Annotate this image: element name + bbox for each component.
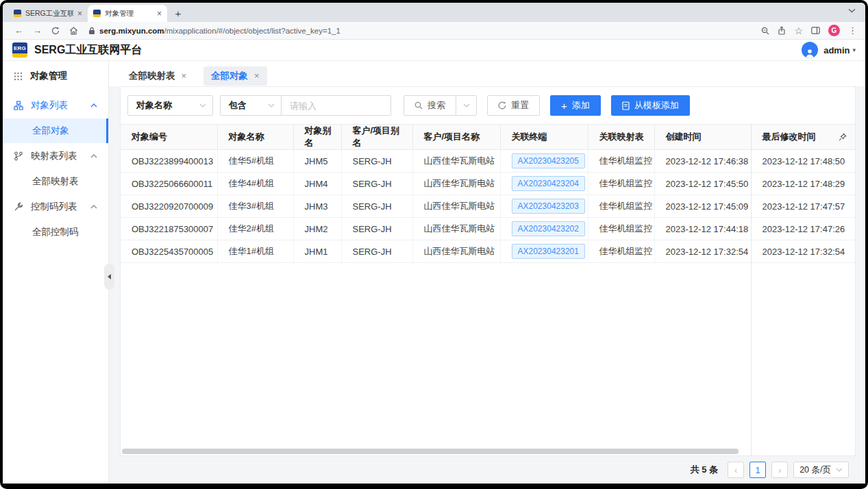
reset-button[interactable]: 重置 bbox=[487, 95, 540, 116]
filter-keyword-input[interactable] bbox=[282, 95, 391, 116]
browser-menu-icon[interactable]: ⋮ bbox=[848, 26, 857, 35]
home-icon[interactable] bbox=[69, 27, 78, 35]
col-header-modified-time: 最后修改时间 bbox=[751, 125, 855, 150]
sidebar-collapse-handle[interactable] bbox=[104, 264, 114, 290]
horizontal-scrollbar[interactable] bbox=[122, 449, 739, 454]
cell-customer-name: 山西佳华瓦斯电站 bbox=[412, 150, 500, 173]
sidebar-group-label: 控制码列表 bbox=[31, 201, 77, 213]
table-row[interactable]: OBJ3225066600011 佳华4#机组 JHM4 SERG-JH 山西佳… bbox=[121, 173, 855, 195]
tab-close-icon[interactable]: × bbox=[182, 71, 187, 81]
zoom-icon[interactable] bbox=[761, 27, 769, 35]
fixed-column-divider bbox=[751, 124, 752, 455]
filter-field-select[interactable]: 对象名称 bbox=[127, 95, 213, 116]
collapse-arrow-icon bbox=[108, 274, 111, 279]
sidebar-group-object-list[interactable]: 对象列表 bbox=[3, 92, 108, 118]
cell-customer-alias: SERG-JH bbox=[341, 240, 412, 263]
terminal-tag[interactable]: AX20230423201 bbox=[512, 244, 585, 260]
table-row[interactable]: OBJ3223899400013 佳华5#机组 JHM5 SERG-JH 山西佳… bbox=[121, 150, 855, 173]
add-from-template-button[interactable]: 从模板添加 bbox=[611, 95, 690, 116]
lock-icon bbox=[88, 27, 95, 35]
cell-created-time: 2023-12-12 17:45:09 bbox=[654, 195, 751, 218]
cell-mapping: 佳华机组监控 bbox=[588, 218, 654, 240]
cell-customer-alias: SERG-JH bbox=[341, 150, 412, 173]
cell-object-name: 佳华5#机组 bbox=[217, 150, 293, 173]
chevron-down-icon bbox=[199, 103, 206, 108]
cell-modified-time: 2023-12-12 17:32:54 bbox=[751, 240, 855, 263]
cell-object-id: OBJ3225066600011 bbox=[121, 173, 217, 195]
terminal-tag[interactable]: AX20230423205 bbox=[512, 153, 585, 169]
prev-page-button[interactable]: ‹ bbox=[728, 462, 744, 478]
sidebar-group-control-code-list[interactable]: 控制码列表 bbox=[3, 194, 108, 220]
content-tab-all-objects[interactable]: 全部对象 × bbox=[203, 66, 267, 86]
sidebar: 对象管理 对象列表 全部对象 映射表列表 bbox=[3, 61, 109, 484]
cell-object-id: OBJ3223899400013 bbox=[121, 150, 217, 173]
tab-close-icon[interactable]: × bbox=[157, 10, 162, 18]
bookmark-star-icon[interactable]: ☆ bbox=[794, 26, 803, 36]
cell-terminal: AX20230423204 bbox=[500, 173, 588, 195]
chevron-down-icon bbox=[463, 103, 470, 108]
branch-icon bbox=[14, 151, 23, 161]
cell-created-time: 2023-12-12 17:44:18 bbox=[654, 218, 751, 240]
sidebar-group-mapping-list[interactable]: 映射表列表 bbox=[3, 143, 108, 169]
search-button[interactable]: 搜索 bbox=[404, 95, 456, 116]
cell-object-name: 佳华2#机组 bbox=[217, 218, 293, 240]
terminal-tag[interactable]: AX20230423203 bbox=[512, 199, 585, 214]
table-row[interactable]: OBJ3220920700009 佳华3#机组 JHM3 SERG-JH 山西佳… bbox=[121, 195, 855, 218]
terminal-tag[interactable]: AX20230423202 bbox=[512, 221, 585, 237]
table-zone: 对象编号 对象名称 对象别名 客户/项目别名 客户/项目名称 关联终端 关联映射… bbox=[121, 124, 855, 455]
next-page-button[interactable]: › bbox=[771, 462, 788, 478]
user-menu-caret-icon[interactable]: ▾ bbox=[852, 47, 856, 53]
add-button[interactable]: + 添加 bbox=[550, 95, 601, 116]
cell-object-name: 佳华4#机组 bbox=[217, 173, 293, 195]
cell-terminal: AX20230423203 bbox=[500, 195, 588, 218]
filter-bar: 对象名称 包含 bbox=[121, 87, 855, 124]
address-bar[interactable]: serg.mixyun.com/mixapplication/#/object/… bbox=[88, 27, 756, 35]
url-path: /mixapplication/#/object/object/list?act… bbox=[164, 27, 340, 35]
chevron-up-icon bbox=[90, 103, 97, 108]
cell-object-name: 佳华1#机组 bbox=[217, 240, 293, 263]
table-row[interactable]: OBJ3221875300007 佳华2#机组 JHM2 SERG-JH 山西佳… bbox=[121, 218, 855, 240]
person-icon bbox=[804, 48, 815, 58]
back-icon[interactable]: ← bbox=[14, 26, 23, 35]
user-avatar[interactable] bbox=[802, 42, 818, 58]
content-tab-all-mappings[interactable]: 全部映射表 × bbox=[121, 66, 194, 86]
cell-terminal: AX20230423201 bbox=[500, 240, 588, 263]
site-favicon bbox=[93, 10, 101, 17]
cell-object-id: OBJ3221875300007 bbox=[121, 218, 217, 240]
col-header-object-name: 对象名称 bbox=[217, 125, 293, 150]
search-options-button[interactable] bbox=[456, 95, 477, 116]
tab-close-icon[interactable]: × bbox=[77, 10, 82, 18]
site-favicon bbox=[14, 10, 21, 17]
cell-customer-name: 山西佳华瓦斯电站 bbox=[412, 173, 500, 195]
page-size-select[interactable]: 20 条/页 bbox=[793, 462, 849, 478]
sidebar-item-all-control-codes[interactable]: 全部控制码 bbox=[3, 220, 108, 244]
cell-modified-time: 2023-12-12 17:48:50 bbox=[751, 150, 855, 173]
cell-object-alias: JHM2 bbox=[293, 218, 341, 240]
browser-profile-avatar[interactable]: G bbox=[828, 25, 840, 36]
sidebar-module-title[interactable]: 对象管理 bbox=[3, 61, 108, 92]
filter-operator-select[interactable]: 包含 bbox=[220, 95, 282, 116]
table-row[interactable]: OBJ3225435700005 佳华1#机组 JHM1 SERG-JH 山西佳… bbox=[121, 240, 855, 263]
browser-tab-serg[interactable]: SERG工业互联网平台 × bbox=[8, 5, 88, 22]
share-icon[interactable] bbox=[778, 26, 786, 35]
forward-icon[interactable]: → bbox=[33, 26, 42, 35]
sidebar-item-all-mappings[interactable]: 全部映射表 bbox=[3, 169, 108, 194]
plus-icon: + bbox=[561, 101, 567, 111]
pin-icon[interactable] bbox=[839, 133, 847, 141]
terminal-tag[interactable]: AX20230423204 bbox=[512, 176, 585, 192]
pagination-total: 共 5 条 bbox=[691, 464, 718, 476]
user-name[interactable]: admin bbox=[823, 45, 850, 55]
content-tab-label: 全部映射表 bbox=[129, 70, 175, 82]
page-number-button[interactable]: 1 bbox=[749, 462, 766, 478]
tab-search-chevron-icon[interactable] bbox=[848, 8, 856, 13]
browser-tab-object-mgmt[interactable]: 对象管理 × bbox=[88, 5, 167, 22]
sidebar-item-all-objects[interactable]: 全部对象 bbox=[3, 118, 108, 143]
object-table-body: OBJ3223899400013 佳华5#机组 JHM5 SERG-JH 山西佳… bbox=[121, 150, 855, 263]
reload-icon[interactable] bbox=[51, 27, 60, 35]
side-panel-icon[interactable] bbox=[811, 27, 820, 34]
cell-object-alias: JHM3 bbox=[293, 195, 341, 218]
new-tab-button[interactable]: + bbox=[171, 6, 185, 20]
cell-terminal: AX20230423202 bbox=[500, 218, 588, 240]
app-logo: ERG bbox=[12, 42, 27, 58]
tab-close-icon[interactable]: × bbox=[254, 71, 260, 81]
